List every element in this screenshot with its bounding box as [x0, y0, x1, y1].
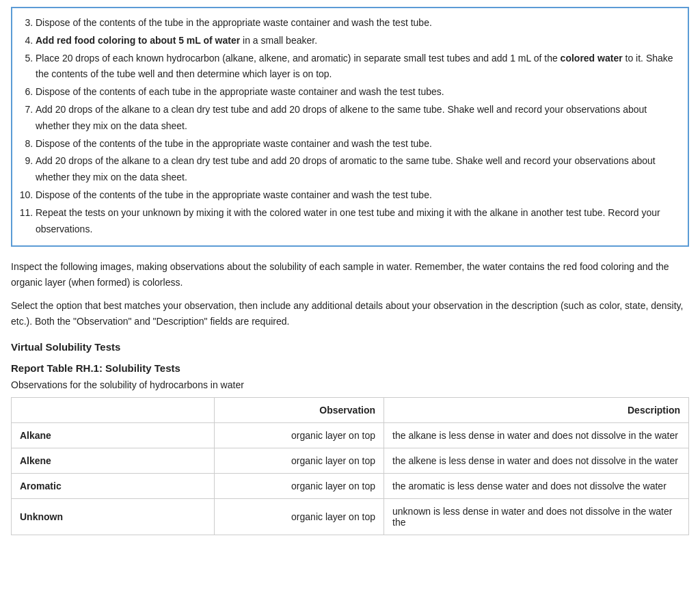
- row-desc-alkene: the alkene is less dense in water and do…: [384, 448, 689, 473]
- table-row-alkene: Alkene organic layer on top the alkene i…: [12, 448, 689, 473]
- row-name-alkene: Alkene: [12, 448, 215, 473]
- solubility-table: Observation Description Alkane organic l…: [11, 397, 689, 535]
- row-name-aromatic: Aromatic: [12, 473, 215, 498]
- instruction-step-5: Place 20 drops of each known hydrocarbon…: [36, 51, 678, 83]
- row-obs-unknown: organic layer on top: [215, 498, 384, 535]
- instruction-step-8: Dispose of the contents of the tube in t…: [36, 136, 678, 152]
- virtual-solubility-title: Virtual Solubility Tests: [11, 341, 689, 353]
- row-desc-unknown: unknown is less dense in water and does …: [384, 498, 689, 535]
- table-row-alkane: Alkane organic layer on top the alkane i…: [12, 422, 689, 448]
- table-header-row: Observation Description: [12, 397, 689, 422]
- instruction-step-6: Dispose of the contents of each tube in …: [36, 84, 678, 100]
- intro-paragraph-2: Select the option that best matches your…: [11, 298, 689, 329]
- intro-paragraph-1: Inspect the following images, making obs…: [11, 259, 689, 290]
- col-header-observation: Observation: [215, 397, 384, 422]
- bold-text-step4: Add red food coloring to about 5 mL of w…: [36, 35, 240, 46]
- row-desc-aromatic: the aromatic is less dense water and doe…: [384, 473, 689, 498]
- instruction-step-4: Add red food coloring to about 5 mL of w…: [36, 33, 678, 49]
- row-obs-alkene: organic layer on top: [215, 448, 384, 473]
- instruction-step-9: Add 20 drops of the alkane to a clean dr…: [36, 153, 678, 186]
- col-header-name: [12, 397, 215, 422]
- colored-water-bold: colored water: [561, 53, 623, 64]
- row-name-alkane: Alkane: [12, 422, 215, 448]
- table-row-aromatic: Aromatic organic layer on top the aromat…: [12, 473, 689, 498]
- instruction-step-10: Dispose of the contents of the tube in t…: [36, 187, 678, 204]
- row-obs-aromatic: organic layer on top: [215, 473, 384, 498]
- instructions-box: Dispose of the contents of the tube in t…: [11, 7, 689, 247]
- col-header-description: Description: [384, 397, 689, 422]
- row-desc-alkane: the alkane is less dense in water and do…: [384, 422, 689, 448]
- obs-label: Observations for the solubility of hydro…: [11, 379, 689, 390]
- report-table-title: Report Table RH.1: Solubility Tests: [11, 362, 689, 374]
- instruction-step-3: Dispose of the contents of the tube in t…: [36, 15, 678, 31]
- instruction-step-11: Repeat the tests on your unknown by mixi…: [36, 205, 678, 238]
- instruction-step-7: Add 20 drops of the alkane to a clean dr…: [36, 102, 678, 135]
- table-row-unknown: Unknown organic layer on top unknown is …: [12, 498, 689, 535]
- row-obs-alkane: organic layer on top: [215, 422, 384, 448]
- row-name-unknown: Unknown: [12, 498, 215, 535]
